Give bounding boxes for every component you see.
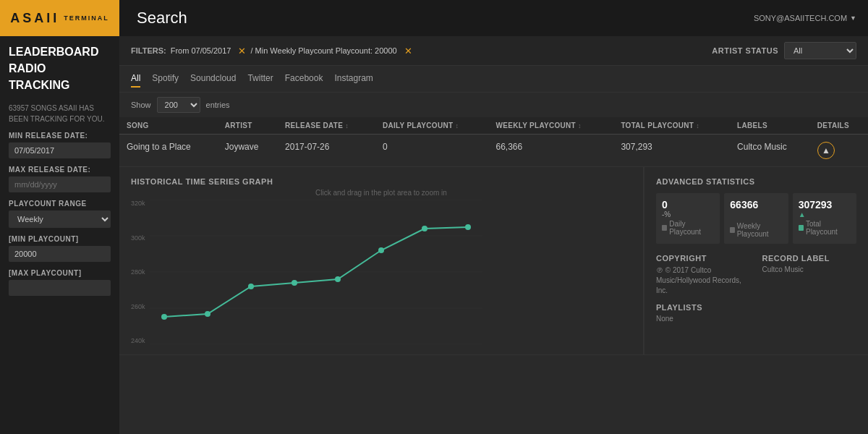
filter-remove-2[interactable]: ✕ <box>404 46 412 56</box>
copyright-record-row: COPYRIGHT ℗ © 2017 Cultco Music/Hollywoo… <box>656 254 856 296</box>
cell-labels: Cultco Music <box>730 135 810 167</box>
show-label: Show <box>131 101 151 109</box>
sidebar-item-leaderboard[interactable]: LEADERBOARD <box>9 45 111 60</box>
stat-label-daily: Daily Playcount <box>662 220 714 236</box>
tab-all[interactable]: All <box>131 70 140 88</box>
chart-svg[interactable] <box>150 200 631 344</box>
stat-value-weekly: 66366 <box>730 199 782 210</box>
cell-weekly-playcount: 66,366 <box>488 135 613 167</box>
min-playcount-input[interactable] <box>9 246 111 262</box>
filters-label: FILTERS: <box>131 46 166 55</box>
advanced-area: ADVANCED STATISTICS 0 -% <box>644 167 868 354</box>
col-daily-playcount[interactable]: DAILY PLAYCOUNT ↕ <box>375 117 489 135</box>
artist-status-label: ARTIST STATUS <box>712 46 778 55</box>
sort-icon-weekly: ↕ <box>578 122 582 129</box>
col-weekly-playcount[interactable]: WEEKLY PLAYCOUNT ↕ <box>488 117 613 135</box>
stat-card-weekly: 66366 Weekly Playcount <box>724 193 788 244</box>
cell-artist: Joywave <box>218 135 278 167</box>
tab-instagram[interactable]: Instagram <box>334 70 373 88</box>
logo-text: ASAII <box>10 11 59 26</box>
max-release-date-label: MAX RELEASE DATE: <box>9 166 111 174</box>
cell-details[interactable]: ▲ <box>810 135 868 167</box>
filter-tag-1: From 07/05/2017 <box>171 46 231 55</box>
stat-change-weekly <box>730 210 782 221</box>
stat-card-total: 307293 ▲ Total Playcount <box>793 193 856 244</box>
stat-dot-weekly <box>730 227 734 233</box>
table-wrapper: SONG ARTIST RELEASE DATE ↕ DAILY PLAYCOU… <box>119 117 868 434</box>
advanced-stats-title: ADVANCED STATISTICS <box>656 177 856 186</box>
main-layout: LEADERBOARD RADIO TRACKING 63957 SONGS A… <box>0 36 868 434</box>
show-select[interactable]: 200 100 50 <box>157 97 200 113</box>
y-label-5: 240k <box>131 337 145 344</box>
min-release-date-input[interactable] <box>9 142 111 158</box>
expanded-row: HISTORICAL TIME SERIES GRAPH Click and d… <box>119 167 868 355</box>
col-release-date[interactable]: RELEASE DATE ↕ <box>278 117 375 135</box>
col-labels: LABELS <box>730 117 810 135</box>
stat-label-total: Total Playcount <box>799 220 851 236</box>
playlists-value: None <box>656 315 856 323</box>
tab-soundcloud[interactable]: Soundcloud <box>190 70 236 88</box>
filter-remove-1[interactable]: ✕ <box>238 46 246 56</box>
filters-bar: FILTERS: From 07/05/2017 ✕ / Min Weekly … <box>119 36 868 66</box>
expanded-cell: HISTORICAL TIME SERIES GRAPH Click and d… <box>119 167 868 355</box>
entries-label: entries <box>206 101 230 109</box>
stats-cards: 0 -% Daily Playcount <box>656 193 856 244</box>
max-playcount-input[interactable] <box>9 280 111 296</box>
y-label-4: 260k <box>131 303 145 310</box>
cell-release-date: 2017-07-26 <box>278 135 375 167</box>
max-release-date-input[interactable] <box>9 176 111 192</box>
stat-change-daily: -% <box>662 210 714 218</box>
user-email: SONY@ASAIITECH.COM <box>754 14 847 22</box>
show-row: Show 200 100 50 entries <box>119 93 868 117</box>
chart-title: HISTORICAL TIME SERIES GRAPH <box>131 177 631 186</box>
sort-icon-release: ↕ <box>345 122 349 129</box>
sidebar-stats: 63957 SONGS ASAII HAS BEEN TRACKING FOR … <box>9 103 111 124</box>
chart-dot-1 <box>161 314 167 320</box>
chart-dot-6 <box>378 247 384 253</box>
user-info[interactable]: SONY@ASAIITECH.COM ▼ <box>754 14 856 22</box>
expanded-content: HISTORICAL TIME SERIES GRAPH Click and d… <box>119 167 868 354</box>
record-label-title: RECORD LABEL <box>762 254 857 263</box>
min-release-date-label: MIN RELEASE DATE: <box>9 132 111 140</box>
chart-dot-4 <box>292 280 297 286</box>
logo-subtitle: TERMINAL <box>64 14 109 22</box>
y-label-2: 300k <box>131 234 145 242</box>
logo-area: ASAII TERMINAL <box>0 0 119 36</box>
sort-icon-total: ↕ <box>696 122 699 129</box>
stat-value-daily: 0 <box>662 199 714 210</box>
stat-change-total: ▲ <box>799 210 851 218</box>
chart-instruction: Click and drag in the plot area to zoom … <box>131 189 631 197</box>
stat-label-weekly: Weekly Playcount <box>730 222 782 238</box>
stat-card-daily: 0 -% Daily Playcount <box>656 193 720 244</box>
stat-dot-daily <box>662 225 667 231</box>
tab-twitter[interactable]: Twitter <box>247 70 273 88</box>
record-label-value: Cultco Music <box>762 265 857 273</box>
sort-icon-daily: ↕ <box>455 122 459 129</box>
copyright-label: COPYRIGHT <box>656 254 751 263</box>
cell-total-playcount: 307,293 <box>613 135 730 167</box>
filter-tag-2: / Min Weekly Playcount Playcount: 20000 <box>250 46 396 55</box>
tabs-row: All Spotify Soundcloud Twitter Facebook … <box>119 66 868 93</box>
tab-facebook[interactable]: Facebook <box>285 70 323 88</box>
stat-dot-total <box>799 225 804 231</box>
playlists-label: PLAYLISTS <box>656 303 856 312</box>
sidebar-item-tracking[interactable]: TRACKING <box>9 78 111 93</box>
col-song: SONG <box>119 117 218 135</box>
chart-dot-3 <box>248 284 254 289</box>
col-artist: ARTIST <box>218 117 278 135</box>
cell-song: Going to a Place <box>119 135 218 167</box>
artist-status-area: ARTIST STATUS All Signed Unsigned <box>712 42 856 59</box>
playlists-section: PLAYLISTS None <box>656 303 856 323</box>
table-header-row: SONG ARTIST RELEASE DATE ↕ DAILY PLAYCOU… <box>119 117 868 135</box>
chart-dot-2 <box>205 311 210 317</box>
sidebar-item-radio[interactable]: RADIO <box>9 61 111 77</box>
artist-status-select[interactable]: All Signed Unsigned <box>784 42 856 59</box>
tab-spotify[interactable]: Spotify <box>152 70 179 88</box>
stat-value-total: 307293 <box>799 199 851 210</box>
details-button[interactable]: ▲ <box>817 142 835 159</box>
playcount-range-select[interactable]: Weekly Daily Total <box>9 210 111 228</box>
chart-dot-8 <box>465 224 471 230</box>
sidebar-nav: LEADERBOARD RADIO TRACKING <box>9 45 111 93</box>
sidebar: LEADERBOARD RADIO TRACKING 63957 SONGS A… <box>0 36 119 434</box>
col-total-playcount[interactable]: TOTAL PLAYCOUNT ↕ <box>613 117 730 135</box>
